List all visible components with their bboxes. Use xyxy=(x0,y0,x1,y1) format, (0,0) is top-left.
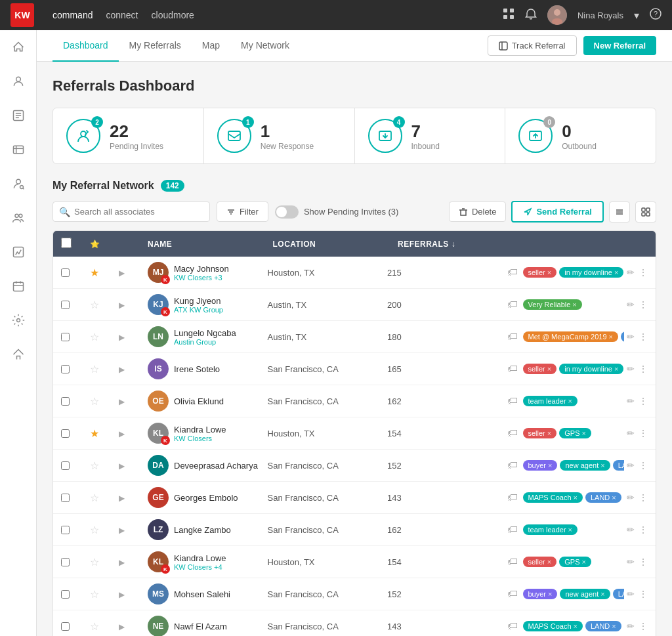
star-icon[interactable]: ☆ xyxy=(90,299,99,310)
tag-remove[interactable]: × xyxy=(547,365,551,373)
tag-remove[interactable]: × xyxy=(548,590,552,598)
tag-remove[interactable]: × xyxy=(581,558,585,566)
track-referral-button[interactable]: Track Referral xyxy=(488,35,577,56)
edit-icon[interactable]: ✏ xyxy=(627,428,635,438)
more-options-icon[interactable]: ⋮ xyxy=(639,428,648,438)
more-options-icon[interactable]: ⋮ xyxy=(639,621,648,631)
edit-icon[interactable]: ✏ xyxy=(627,331,635,342)
tag-icon[interactable]: 🏷 xyxy=(507,363,518,375)
bell-icon[interactable] xyxy=(525,8,537,22)
tag-remove[interactable]: × xyxy=(547,558,551,566)
edit-icon[interactable]: ✏ xyxy=(627,589,635,599)
tag-remove[interactable]: × xyxy=(568,526,572,534)
expand-arrow[interactable]: ▶ xyxy=(119,558,125,567)
grid-icon[interactable] xyxy=(503,8,514,22)
chevron-down-icon[interactable]: ▾ xyxy=(634,9,639,22)
edit-icon[interactable]: ✏ xyxy=(627,396,635,406)
edit-icon[interactable]: ✏ xyxy=(627,364,635,374)
more-options-icon[interactable]: ⋮ xyxy=(639,557,648,567)
expand-arrow[interactable]: ▶ xyxy=(119,365,125,374)
sidebar-item-leads[interactable] xyxy=(5,171,32,197)
expand-arrow[interactable]: ▶ xyxy=(119,301,125,310)
tag-remove[interactable]: × xyxy=(547,268,551,276)
more-options-icon[interactable]: ⋮ xyxy=(639,524,648,535)
tag-remove[interactable]: × xyxy=(568,397,572,405)
row-checkbox[interactable] xyxy=(61,429,70,438)
edit-icon[interactable]: ✏ xyxy=(627,299,635,310)
contact-group[interactable]: KW Closers +4 xyxy=(174,563,226,571)
star-icon[interactable]: ☆ xyxy=(90,589,99,600)
star-icon[interactable]: ☆ xyxy=(90,557,99,568)
tag-remove[interactable]: × xyxy=(600,461,604,469)
more-options-icon[interactable]: ⋮ xyxy=(639,299,648,310)
star-icon[interactable]: ☆ xyxy=(90,460,99,471)
tag-remove[interactable]: × xyxy=(614,268,618,276)
expand-arrow[interactable]: ▶ xyxy=(119,461,125,471)
expand-arrow[interactable]: ▶ xyxy=(119,268,125,278)
more-options-icon[interactable]: ⋮ xyxy=(639,492,648,503)
tab-dashboard[interactable]: Dashboard xyxy=(52,30,119,62)
row-checkbox[interactable] xyxy=(61,301,70,309)
select-all-checkbox[interactable] xyxy=(61,238,72,248)
tag-remove[interactable]: × xyxy=(600,590,604,598)
edit-icon[interactable]: ✏ xyxy=(627,524,635,535)
tag-icon[interactable]: 🏷 xyxy=(507,620,518,632)
tab-my-referrals[interactable]: My Referrals xyxy=(119,30,192,62)
tag-icon[interactable]: 🏷 xyxy=(507,459,518,471)
more-options-icon[interactable]: ⋮ xyxy=(639,460,648,471)
tag-remove[interactable]: × xyxy=(547,429,551,437)
filter-button[interactable]: Filter xyxy=(217,201,268,222)
expand-arrow[interactable]: ▶ xyxy=(119,429,125,438)
tab-map[interactable]: Map xyxy=(192,30,230,62)
help-icon[interactable]: ? xyxy=(650,8,662,22)
more-options-icon[interactable]: ⋮ xyxy=(639,331,648,342)
star-icon[interactable]: ☆ xyxy=(90,621,99,632)
contact-group[interactable]: KW Closers xyxy=(174,435,226,442)
tag-icon[interactable]: 🏷 xyxy=(507,492,518,503)
star-icon[interactable]: ★ xyxy=(90,428,99,439)
more-options-icon[interactable]: ⋮ xyxy=(639,589,648,599)
row-checkbox[interactable] xyxy=(61,268,70,277)
row-checkbox[interactable] xyxy=(61,461,70,470)
star-icon[interactable]: ★ xyxy=(90,267,99,278)
edit-icon[interactable]: ✏ xyxy=(627,267,635,278)
tag-icon[interactable]: 🏷 xyxy=(507,331,518,343)
star-icon[interactable]: ☆ xyxy=(90,331,99,343)
row-checkbox[interactable] xyxy=(61,526,70,534)
tag-remove[interactable]: × xyxy=(581,429,585,437)
nav-command[interactable]: command xyxy=(52,10,93,20)
row-checkbox[interactable] xyxy=(61,494,70,502)
sidebar-item-contacts[interactable] xyxy=(5,68,32,95)
send-referral-button[interactable]: Send Referral xyxy=(511,201,604,223)
expand-arrow[interactable]: ▶ xyxy=(119,397,125,406)
tag-remove[interactable]: × xyxy=(574,622,578,630)
tag-remove[interactable]: × xyxy=(612,622,616,630)
tag-icon[interactable]: 🏷 xyxy=(507,299,518,310)
star-icon[interactable]: ☆ xyxy=(90,364,99,375)
nav-cloudmore[interactable]: cloudmore xyxy=(152,10,194,20)
more-options-icon[interactable]: ⋮ xyxy=(639,267,648,278)
tag-icon[interactable]: 🏷 xyxy=(507,556,518,568)
list-view-button[interactable] xyxy=(609,201,630,223)
more-options-icon[interactable]: ⋮ xyxy=(639,364,648,374)
tab-my-network[interactable]: My Network xyxy=(230,30,300,62)
star-icon[interactable]: ☆ xyxy=(90,492,99,503)
contact-group[interactable]: Austin Group xyxy=(174,338,236,346)
show-pending-toggle[interactable] xyxy=(275,205,299,219)
row-checkbox[interactable] xyxy=(61,365,70,373)
sidebar-item-properties[interactable] xyxy=(5,341,32,368)
nav-connect[interactable]: connect xyxy=(106,10,138,20)
expand-arrow[interactable]: ▶ xyxy=(119,333,125,342)
contact-group[interactable]: ATX KW Group xyxy=(174,306,223,314)
star-icon[interactable]: ☆ xyxy=(90,524,99,536)
new-referral-button[interactable]: New Referral xyxy=(583,36,656,55)
tag-remove[interactable]: × xyxy=(609,333,613,341)
edit-icon[interactable]: ✏ xyxy=(627,621,635,631)
sidebar-item-reports[interactable] xyxy=(5,239,32,265)
search-input[interactable] xyxy=(52,201,210,222)
sidebar-item-teams[interactable] xyxy=(5,205,32,231)
tag-icon[interactable]: 🏷 xyxy=(507,588,518,600)
row-checkbox[interactable] xyxy=(61,397,70,406)
edit-icon[interactable]: ✏ xyxy=(627,460,635,471)
row-checkbox[interactable] xyxy=(61,622,70,631)
